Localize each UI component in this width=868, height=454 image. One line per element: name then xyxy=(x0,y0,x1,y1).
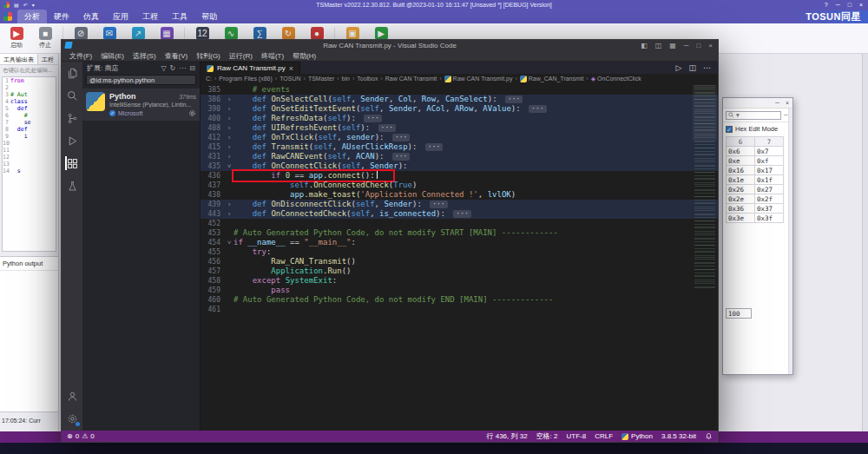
breadcrumb-item[interactable]: ◈OnConnectClick xyxy=(591,76,641,82)
breadcrumb-item[interactable]: Program Files (x86) xyxy=(219,76,272,82)
line-number[interactable]: 400 xyxy=(201,114,225,123)
layout-toggle-icon[interactable]: ◧ xyxy=(641,42,648,49)
editor-action-icon[interactable]: ⋯ xyxy=(703,63,711,72)
line-number[interactable]: 458 xyxy=(201,276,225,286)
menu-item[interactable]: 终端(T) xyxy=(257,51,288,61)
line-number[interactable]: 443 xyxy=(201,209,225,219)
folded-code-ellipsis[interactable]: ··· xyxy=(430,201,447,208)
breadcrumb-item[interactable]: Raw CAN Transmit.py xyxy=(444,76,513,82)
source-control-icon[interactable] xyxy=(65,111,79,125)
hex-cell[interactable]: 0x36 xyxy=(727,204,755,214)
hex-cell[interactable]: 0x6 xyxy=(727,147,755,156)
layout-toggle-icon[interactable]: ◫ xyxy=(655,42,662,49)
fold-collapsed-icon[interactable]: › xyxy=(225,104,233,114)
breadcrumb-item[interactable]: Raw_CAN_Transmit xyxy=(520,76,584,82)
hex-cell[interactable]: 0x37 xyxy=(755,204,784,214)
folded-code-ellipsis[interactable]: ··· xyxy=(392,134,410,141)
caret-down-icon[interactable]: ▾ xyxy=(32,2,35,8)
hex-cell[interactable]: 0x26 xyxy=(727,185,755,194)
ribbon-button[interactable]: ▶启动 xyxy=(3,27,30,49)
ribbon-tab[interactable]: 工具 xyxy=(165,10,194,24)
line-number[interactable]: 408 xyxy=(201,123,225,133)
breadcrumb-item[interactable]: bin xyxy=(342,76,350,82)
menu-item[interactable]: 选择(S) xyxy=(128,51,161,61)
ribbon-tab[interactable]: 分析 xyxy=(17,10,47,24)
breadcrumb-item[interactable]: TSMaster xyxy=(308,76,334,82)
line-number[interactable]: 459 xyxy=(201,286,225,295)
line-number[interactable]: 452 xyxy=(201,219,225,228)
left-panel-tab[interactable]: 工程 xyxy=(38,54,57,64)
hex-cell[interactable]: 0x7 xyxy=(755,147,784,156)
fold-collapsed-icon[interactable]: › xyxy=(225,152,233,161)
mini-python-editor[interactable]: 1from23# Aut4class5 def6 #7 se8 def9 i10… xyxy=(2,76,56,252)
fold-collapsed-icon[interactable]: › xyxy=(225,200,233,209)
fold-expanded-icon[interactable]: ˅ xyxy=(225,238,233,247)
explorer-icon[interactable] xyxy=(65,66,79,80)
problems-indicator[interactable]: ⊗ 0 ⚠ 0 xyxy=(67,432,95,440)
menu-item[interactable]: 查看(V) xyxy=(161,51,193,61)
tab-close-icon[interactable]: × xyxy=(289,64,293,73)
layout-toggle-icon[interactable]: ▦ xyxy=(669,42,676,49)
left-panel-tab[interactable]: 工具输出表 xyxy=(0,54,38,64)
line-number[interactable]: 439 xyxy=(201,200,225,209)
hex-cell[interactable]: 0x2f xyxy=(755,194,784,204)
statusbar-item[interactable]: Python xyxy=(621,432,653,440)
fold-collapsed-icon[interactable]: › xyxy=(225,209,233,219)
ribbon-tab[interactable]: 应用 xyxy=(106,10,135,24)
search-icon[interactable] xyxy=(65,89,79,102)
hex-cell[interactable]: 0x2e xyxy=(727,194,755,204)
account-icon[interactable] xyxy=(65,389,79,403)
tsmaster-window-control[interactable]: × xyxy=(859,2,863,8)
settings-gear-icon[interactable] xyxy=(65,411,79,425)
line-number[interactable]: 385 xyxy=(201,85,225,95)
fold-collapsed-icon[interactable]: › xyxy=(225,114,233,123)
extension-gear-icon[interactable] xyxy=(188,109,196,117)
statusbar-item[interactable]: CRLF xyxy=(595,432,613,440)
save-icon[interactable]: ▤ xyxy=(14,2,19,8)
ribbon-button[interactable]: ■停止 xyxy=(32,27,58,49)
hex-window-control[interactable]: × xyxy=(786,100,789,106)
breadcrumb-item[interactable]: TOSUN xyxy=(279,76,300,82)
hex-cell[interactable]: 0xe xyxy=(727,156,755,166)
line-number[interactable]: 386 xyxy=(201,95,225,104)
minimap[interactable] xyxy=(694,85,715,289)
vscode-window-control[interactable]: ─ xyxy=(684,42,689,49)
fold-collapsed-icon[interactable]: › xyxy=(225,133,233,142)
tsmaster-window-control[interactable]: ─ xyxy=(836,2,840,8)
extensions-header-icon[interactable]: ↻ xyxy=(170,64,176,72)
fold-collapsed-icon[interactable]: › xyxy=(225,123,233,133)
menu-item[interactable]: 文件(F) xyxy=(65,51,96,61)
run-debug-icon[interactable] xyxy=(65,134,79,148)
extensions-header-icon[interactable]: ⋯ xyxy=(179,64,186,72)
line-number[interactable]: 456 xyxy=(201,257,225,266)
hex-cell[interactable]: 0x1e xyxy=(727,175,755,185)
extensions-icon[interactable] xyxy=(65,156,79,170)
tsmaster-window-control[interactable]: ? xyxy=(825,2,828,8)
extension-list-item[interactable]: Python 379ms IntelliSense (Pylance), Lin… xyxy=(82,89,200,121)
breadcrumb-item[interactable]: Raw CAN Transmit xyxy=(385,76,437,82)
tsmaster-window-control[interactable]: □ xyxy=(848,2,852,8)
menu-item[interactable]: 转到(G) xyxy=(192,51,225,61)
hex-search-box[interactable]: ▾ xyxy=(726,111,781,120)
breadcrumb-item[interactable]: C: xyxy=(206,76,212,82)
statusbar-item[interactable]: 行 436, 列 32 xyxy=(486,431,527,441)
extensions-header-icon[interactable]: ⊟ xyxy=(189,64,195,72)
hex-cell[interactable]: 0x17 xyxy=(755,166,784,175)
vscode-window-control[interactable]: × xyxy=(708,42,713,49)
hex-cell[interactable]: 0x3f xyxy=(755,214,784,223)
ribbon-tab[interactable]: 硬件 xyxy=(47,10,76,24)
menu-item[interactable]: 运行(R) xyxy=(225,51,257,61)
line-number[interactable]: 435 xyxy=(201,161,225,171)
folded-code-ellipsis[interactable]: ··· xyxy=(425,143,443,151)
ribbon-tab[interactable]: 帮助 xyxy=(194,10,224,24)
folded-code-ellipsis[interactable]: ··· xyxy=(453,210,470,218)
line-number[interactable]: 457 xyxy=(201,266,225,276)
hex-window-control[interactable]: ─ xyxy=(775,100,779,106)
editor-action-icon[interactable]: ◫ xyxy=(688,63,696,72)
folded-code-ellipsis[interactable]: ··· xyxy=(505,95,523,103)
workspace-scrollbar[interactable] xyxy=(862,54,868,431)
statusbar-item[interactable]: 3.8.5 32-bit xyxy=(661,432,696,440)
folded-code-ellipsis[interactable]: ··· xyxy=(364,115,381,122)
editor-action-icon[interactable]: ▷ xyxy=(676,63,682,72)
fold-expanded-icon[interactable]: ˅ xyxy=(225,161,233,171)
